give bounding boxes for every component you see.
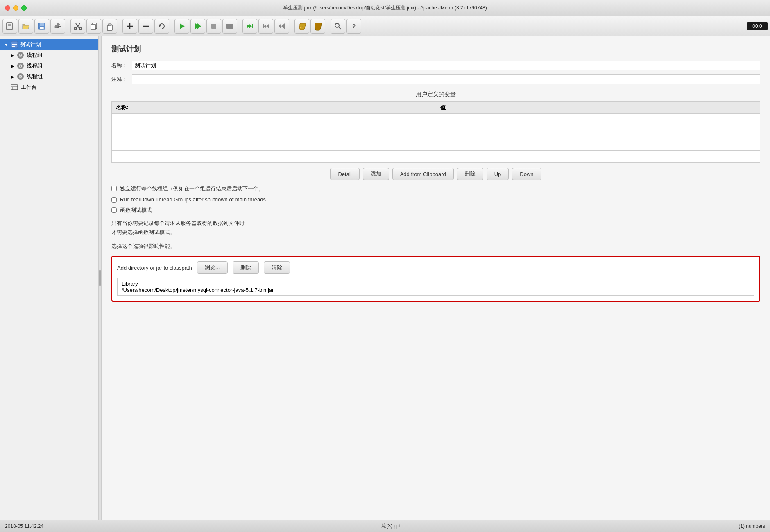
classpath-header: Add directory or jar to classpath 浏览... … [117,261,754,274]
resize-handle[interactable] [98,36,102,520]
clear-all-button[interactable] [310,19,325,34]
help-button[interactable]: ? [346,19,361,34]
stop-button[interactable] [206,19,221,34]
table-cell-name[interactable] [112,138,436,151]
status-numbers: (1) numbers [738,523,765,529]
copy-button[interactable] [86,19,101,34]
run-threads-button[interactable] [190,19,205,34]
svg-rect-16 [108,24,111,26]
independent-run-row: 独立运行每个线程组（例如在一个组运行结束后启动下一个） [111,185,760,192]
library-label: Library [122,281,750,287]
workbench-icon [11,83,18,91]
undo-button[interactable] [154,19,169,34]
thread-group-1-icon: ⚙ [17,52,24,59]
table-cell-value[interactable] [436,126,760,138]
new-button[interactable] [2,19,17,34]
status-datetime: 2018-05 11.42.24 [5,523,43,529]
independent-run-label: 独立运行每个线程组（例如在一个组运行结束后启动下一个） [120,185,264,192]
save-button[interactable] [34,19,49,34]
sidebar-item-tg1-label: 线程组 [27,52,43,59]
sidebar-item-thread-group-1[interactable]: ▶ ⚙ 线程组 [0,50,98,61]
delete-button[interactable]: 删除 [457,168,483,180]
svg-rect-5 [40,23,44,26]
test-plan-icon [11,41,18,48]
up-button[interactable]: Up [487,168,509,180]
table-cell-name[interactable] [112,126,436,138]
add-var-button[interactable]: 添加 [363,168,389,180]
sidebar-item-thread-group-2[interactable]: ▶ ⚙ 线程组 [0,61,98,71]
svg-marker-28 [249,24,252,28]
info-line1: 只有当你需要记录每个请求从服务器取得的数据到文件时 [111,220,245,226]
svg-marker-30 [266,24,269,28]
content-area: 测试计划 名称： 注释： 用户定义的变量 名称: 值 [102,36,770,520]
classpath-cell: Library /Users/hecom/Desktop/jmeter/mysq… [118,279,753,295]
tree-arrow-wb [3,84,9,90]
functional-checkbox[interactable] [111,207,117,213]
open-button[interactable] [18,19,33,34]
teardown-checkbox[interactable] [111,197,117,203]
table-cell-value[interactable] [436,114,760,126]
sidebar-item-workbench[interactable]: 工作台 [0,82,98,92]
run-button[interactable] [174,19,189,34]
browse-button[interactable]: 浏览... [197,261,228,274]
table-cell-value[interactable] [436,138,760,151]
teardown-label: Run tearDown Thread Groups after shutdow… [120,196,266,203]
stop-all-button[interactable] [222,19,237,34]
toolbar-separator-2 [120,20,120,32]
svg-marker-27 [247,24,249,28]
sidebar-item-test-plan[interactable]: ▼ 测试计划 [0,39,98,50]
classpath-delete-button[interactable]: 删除 [233,261,259,274]
remote-stop-all-button[interactable] [274,19,289,34]
name-input[interactable] [132,61,760,70]
add-button[interactable] [122,19,137,34]
toolbar-separator-5 [292,20,292,32]
table-cell-name[interactable] [112,114,436,126]
svg-rect-40 [12,43,17,43]
close-button[interactable] [5,5,10,11]
svg-rect-0 [7,23,12,30]
detail-button[interactable]: Detail [330,168,359,180]
remove-button[interactable] [138,19,153,34]
toolbar-separator-1 [68,20,68,32]
main-layout: ▼ 测试计划 ▶ ⚙ 线程组 ▶ ⚙ 线程组 ▶ [0,36,770,520]
tree-arrow-tg3: ▶ [10,74,16,79]
add-clipboard-button[interactable]: Add from Clipboard [392,168,454,180]
library-path[interactable]: /Users/hecom/Desktop/jmeter/mysql-connec… [122,287,750,293]
info-line3: 选择这个选项很影响性能。 [111,243,175,249]
sidebar-item-thread-group-3[interactable]: ▶ ⚙ 线程组 [0,71,98,82]
maximize-button[interactable] [21,5,27,11]
svg-text:?: ? [352,23,356,29]
svg-marker-33 [281,23,285,29]
clear-classpath-button[interactable]: 清除 [264,261,290,274]
svg-point-36 [335,23,339,27]
comment-input[interactable] [132,74,760,84]
edit-button[interactable] [50,19,65,34]
tree-arrow-tg2: ▶ [10,63,16,69]
cut-button[interactable] [70,19,85,34]
remote-start-button[interactable] [242,19,257,34]
svg-rect-26 [230,24,233,29]
table-cell-name[interactable] [112,151,436,163]
classpath-section: Add directory or jar to classpath 浏览... … [111,256,760,302]
svg-rect-42 [12,46,15,47]
window-title: 学生压测.jmx (/Users/hecom/Desktop/自动化st/学生压… [283,5,487,11]
table-cell-value[interactable] [436,151,760,163]
toolbar-separator-3 [172,20,172,32]
thread-group-2-icon: ⚙ [17,63,24,69]
clear-button[interactable]: 🧹 [294,19,309,34]
svg-marker-21 [180,23,185,29]
tree-arrow-test-plan: ▼ [3,42,9,47]
status-flow: 流(3).ppt [381,523,401,530]
sidebar-item-test-plan-label: 测试计划 [20,41,41,48]
paste-button[interactable] [102,19,117,34]
down-button[interactable]: Down [512,168,541,180]
minimize-button[interactable] [13,5,18,11]
comment-field-row: 注释： [111,74,760,84]
svg-marker-31 [264,24,266,28]
status-bar: 2018-05 11.42.24 流(3).ppt (1) numbers [0,520,770,532]
independent-run-checkbox[interactable] [111,186,117,191]
remote-stop-button[interactable] [258,19,273,34]
svg-line-37 [339,27,341,29]
sidebar-item-tg2-label: 线程组 [27,62,43,70]
search-button[interactable] [331,19,345,34]
